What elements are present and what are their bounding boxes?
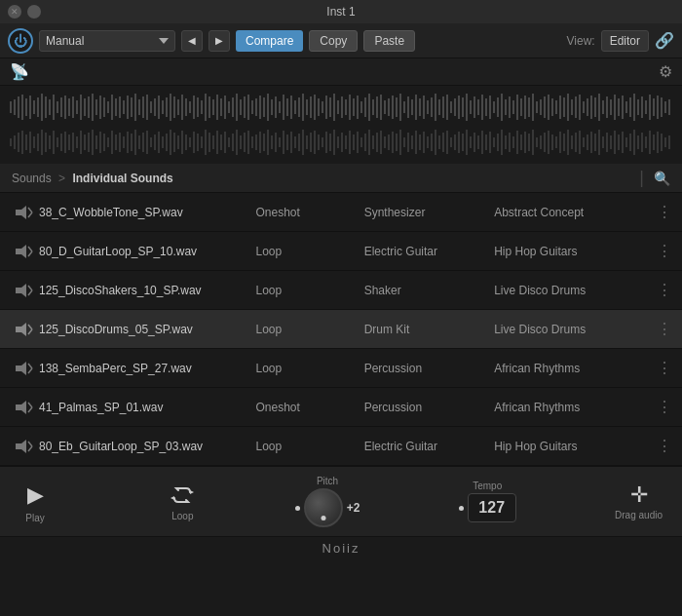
- svg-rect-312: [563, 134, 565, 151]
- close-button[interactable]: ✕: [8, 5, 21, 19]
- svg-rect-33: [138, 99, 140, 115]
- svg-line-359: [28, 442, 32, 446]
- list-item[interactable]: 125_DiscoShakers_10_SP.wav Loop Shaker L…: [0, 271, 682, 310]
- svg-line-347: [28, 286, 32, 290]
- sound-type: Loop: [255, 362, 363, 375]
- svg-rect-216: [189, 137, 191, 147]
- tuner-icon[interactable]: 📡: [10, 62, 29, 81]
- svg-rect-187: [76, 136, 78, 148]
- tempo-dot: [459, 506, 464, 511]
- svg-rect-143: [567, 94, 569, 121]
- list-item[interactable]: 80_Eb_GuitarLoop_SP_03.wav Loop Electric…: [0, 427, 682, 466]
- svg-rect-170: [10, 138, 12, 146]
- svg-rect-184: [64, 132, 66, 153]
- svg-rect-311: [559, 132, 561, 153]
- svg-rect-87: [349, 95, 351, 120]
- play-button[interactable]: ▶: [19, 480, 51, 511]
- power-button[interactable]: ⏻: [8, 28, 33, 54]
- svg-rect-105: [419, 98, 421, 116]
- search-icon[interactable]: 🔍: [654, 171, 670, 186]
- sound-filename: 80_Eb_GuitarLoop_SP_03.wav: [39, 440, 255, 453]
- minimize-button[interactable]: [27, 5, 41, 19]
- svg-rect-4: [25, 98, 27, 116]
- svg-rect-171: [14, 135, 16, 149]
- paste-button[interactable]: Paste: [363, 30, 415, 52]
- svg-rect-218: [197, 134, 199, 151]
- svg-rect-57: [232, 97, 234, 117]
- drag-icon[interactable]: ✛: [630, 482, 648, 508]
- svg-rect-244: [298, 134, 300, 151]
- svg-rect-40: [166, 97, 168, 117]
- svg-rect-151: [598, 94, 600, 121]
- svg-rect-339: [668, 135, 670, 149]
- svg-rect-126: [501, 94, 503, 121]
- svg-rect-322: [602, 136, 604, 148]
- svg-rect-36: [150, 101, 152, 113]
- next-button[interactable]: ▶: [208, 30, 230, 52]
- list-item[interactable]: 41_Palmas_SP_01.wav Oneshot Percussion A…: [0, 388, 682, 427]
- noiiz-brand-bar: Noiiz: [0, 536, 682, 559]
- tempo-display[interactable]: 127: [468, 493, 516, 522]
- loop-button[interactable]: [169, 481, 196, 509]
- more-options-icon[interactable]: ⋮: [657, 437, 672, 455]
- svg-rect-114: [454, 98, 456, 116]
- svg-rect-150: [594, 97, 596, 117]
- more-options-icon[interactable]: ⋮: [657, 203, 672, 221]
- svg-rect-69: [279, 101, 281, 113]
- svg-rect-320: [594, 134, 596, 151]
- more-options-icon[interactable]: ⋮: [657, 320, 672, 338]
- more-options-icon[interactable]: ⋮: [657, 398, 672, 416]
- svg-rect-290: [477, 135, 479, 149]
- svg-rect-111: [442, 96, 444, 118]
- svg-rect-238: [275, 133, 277, 152]
- sound-list: 38_C_WobbleTone_SP.wav Oneshot Synthesiz…: [0, 193, 682, 466]
- compare-button[interactable]: Compare: [236, 30, 303, 52]
- list-item[interactable]: 125_DiscoDrums_05_SP.wav Loop Drum Kit L…: [0, 310, 682, 349]
- svg-rect-107: [427, 100, 429, 114]
- svg-rect-14: [64, 96, 66, 119]
- svg-rect-62: [251, 100, 253, 114]
- svg-rect-259: [357, 132, 359, 153]
- svg-rect-257: [349, 131, 351, 154]
- svg-rect-177: [37, 134, 39, 151]
- svg-rect-205: [146, 131, 148, 154]
- svg-rect-175: [29, 132, 31, 153]
- svg-marker-349: [16, 323, 26, 336]
- svg-rect-54: [220, 98, 222, 116]
- list-item[interactable]: 38_C_WobbleTone_SP.wav Oneshot Synthesiz…: [0, 193, 682, 232]
- svg-rect-188: [80, 131, 82, 154]
- svg-rect-237: [271, 135, 273, 149]
- preset-dropdown[interactable]: Manual: [39, 30, 175, 52]
- more-options-icon[interactable]: ⋮: [657, 359, 672, 377]
- svg-rect-90: [360, 101, 362, 113]
- prev-button[interactable]: ◀: [181, 30, 203, 52]
- pitch-knob[interactable]: [304, 488, 343, 527]
- svg-rect-247: [310, 133, 312, 152]
- breadcrumb-root[interactable]: Sounds: [12, 172, 52, 185]
- editor-button[interactable]: Editor: [601, 30, 649, 52]
- list-item[interactable]: 138_SembaPerc_SP_27.wav Loop Percussion …: [0, 349, 682, 388]
- svg-rect-317: [583, 137, 585, 147]
- pitch-knob-container: +2: [295, 488, 360, 527]
- settings-icon[interactable]: ⚙: [659, 62, 672, 81]
- list-item[interactable]: 80_D_GuitarLoop_SP_10.wav Loop Electric …: [0, 232, 682, 271]
- more-options-icon[interactable]: ⋮: [657, 242, 672, 260]
- copy-button[interactable]: Copy: [309, 30, 358, 52]
- svg-rect-101: [403, 101, 405, 113]
- sound-collection: Hip Hop Guitars: [494, 440, 657, 453]
- svg-rect-16: [72, 96, 74, 118]
- svg-rect-64: [259, 96, 261, 119]
- svg-rect-112: [446, 95, 448, 120]
- svg-rect-232: [251, 136, 253, 148]
- svg-marker-355: [16, 401, 26, 414]
- svg-rect-59: [240, 99, 242, 115]
- svg-rect-122: [485, 98, 487, 116]
- svg-rect-336: [657, 132, 659, 153]
- sound-category: Shaker: [364, 284, 494, 297]
- svg-rect-50: [205, 94, 207, 121]
- link-icon[interactable]: 🔗: [655, 31, 674, 50]
- svg-rect-55: [224, 96, 226, 119]
- more-options-icon[interactable]: ⋮: [657, 281, 672, 299]
- svg-rect-121: [481, 95, 483, 120]
- svg-rect-338: [664, 137, 666, 147]
